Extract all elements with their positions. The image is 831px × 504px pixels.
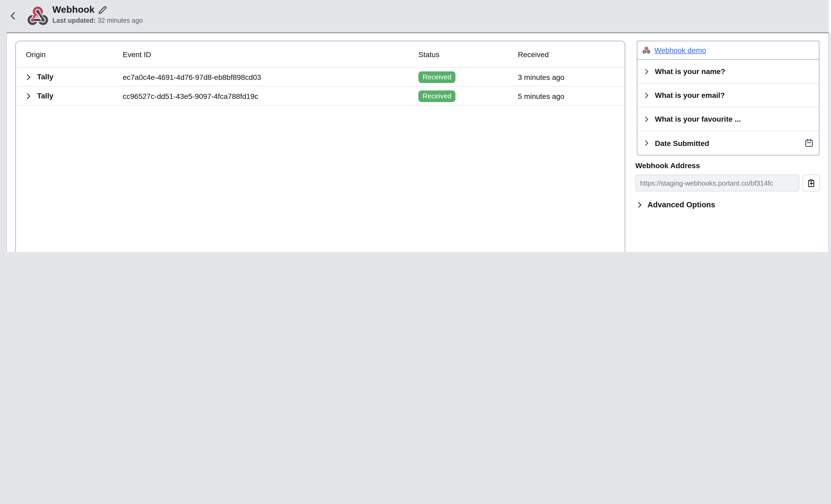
row-event-id: ec7a0c4e-4691-4d76-97d8-eb8bf898cd03 xyxy=(123,73,261,82)
calendar-icon xyxy=(804,138,814,148)
source-link[interactable]: Webhook demo xyxy=(654,46,706,55)
advanced-options-toggle[interactable]: Advanced Options xyxy=(636,201,715,209)
table-row[interactable]: Tally cc96527c-dd51-43e5-9097-4fca788fd1… xyxy=(16,87,625,106)
field-row[interactable]: What is your favourite ... xyxy=(637,107,819,131)
top-bar: Webhook Last updated: 32 minutes ago xyxy=(0,0,831,32)
row-received: 5 minutes ago xyxy=(518,92,565,100)
copy-address-button[interactable] xyxy=(802,175,820,191)
source-header-row: Webhook demo xyxy=(637,41,819,60)
chevron-right-icon[interactable] xyxy=(643,140,650,147)
title-block: Webhook Last updated: 32 minutes ago xyxy=(52,4,143,24)
field-label: What is your name? xyxy=(655,67,725,76)
scrollbar-thumb[interactable] xyxy=(829,32,831,252)
status-badge: Received xyxy=(419,90,455,102)
chevron-left-icon xyxy=(8,11,18,21)
table-header-row: Origin Event ID Status Received xyxy=(16,41,625,68)
source-fields-card: Webhook demo What is your name? What is … xyxy=(637,41,819,155)
chevron-right-icon[interactable] xyxy=(643,116,650,122)
row-received: 3 minutes ago xyxy=(518,73,565,82)
status-badge: Received xyxy=(419,71,455,83)
chevron-right-icon[interactable] xyxy=(25,73,32,81)
advanced-options-label: Advanced Options xyxy=(648,201,715,209)
back-button[interactable] xyxy=(6,9,20,23)
table-row[interactable]: Tally ec7a0c4e-4691-4d76-97d8-eb8bf898cd… xyxy=(16,68,625,87)
chevron-right-icon[interactable] xyxy=(643,68,650,75)
fields-list: What is your name? What is your email? xyxy=(637,60,819,155)
last-updated: Last updated: 32 minutes ago xyxy=(52,17,143,24)
chevron-right-icon[interactable] xyxy=(643,92,650,99)
field-row[interactable]: What is your email? xyxy=(637,84,819,107)
column-header-received: Received xyxy=(518,50,549,59)
webhook-logo-small-icon xyxy=(642,46,651,55)
field-label: Date Submitted xyxy=(655,139,709,147)
last-updated-value: 32 minutes ago xyxy=(97,17,143,24)
scrollbar[interactable] xyxy=(829,0,831,252)
page-title: Webhook xyxy=(52,4,95,15)
field-label: What is your email? xyxy=(655,91,725,99)
events-table: Origin Event ID Status Received Tally ec… xyxy=(15,41,625,252)
column-header-event-id: Event ID xyxy=(123,50,151,59)
webhook-address-label: Webhook Address xyxy=(635,161,700,170)
row-event-id: cc96527c-dd51-43e5-9097-4fca788fd19c xyxy=(123,92,258,100)
webhook-address-input[interactable] xyxy=(635,175,799,191)
table-body: Tally ec7a0c4e-4691-4d76-97d8-eb8bf898cd… xyxy=(16,68,625,106)
row-origin: Tally xyxy=(37,91,53,100)
row-origin: Tally xyxy=(37,72,53,81)
webhook-page: Webhook Last updated: 32 minutes ago Ori… xyxy=(0,0,831,252)
chevron-right-icon[interactable] xyxy=(25,93,32,100)
field-label: What is your favourite ... xyxy=(655,115,741,123)
pencil-icon[interactable] xyxy=(98,5,107,14)
column-header-origin: Origin xyxy=(26,50,46,59)
field-row[interactable]: Date Submitted xyxy=(637,131,819,155)
column-header-status: Status xyxy=(419,50,439,59)
clipboard-paste-icon xyxy=(807,178,816,187)
last-updated-label: Last updated: xyxy=(52,17,96,24)
field-row[interactable]: What is your name? xyxy=(637,60,819,84)
webhook-logo-icon xyxy=(26,5,49,28)
chevron-right-icon xyxy=(636,201,643,208)
